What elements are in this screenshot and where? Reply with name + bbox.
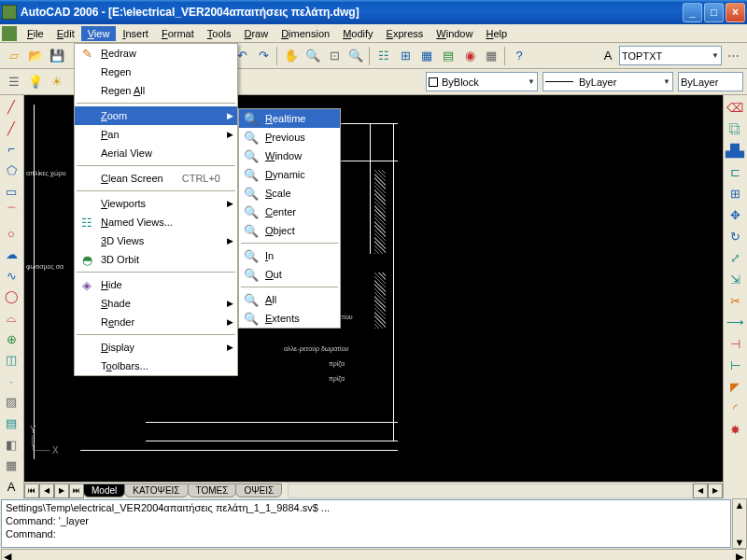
table-tool[interactable]: ▦	[1, 455, 21, 476]
ellipse-tool[interactable]: ◯	[1, 287, 21, 307]
tab-next[interactable]: ▶	[54, 483, 69, 498]
menu-item-extents[interactable]: 🔍Extents	[239, 309, 340, 328]
xline-tool[interactable]: ╱	[1, 119, 21, 139]
menu-item-shade[interactable]: Shade▶	[75, 294, 237, 313]
menu-item-viewports[interactable]: Viewports▶	[75, 194, 237, 213]
tab-prev[interactable]: ◀	[39, 483, 54, 498]
chamfer-tool[interactable]: ◤	[725, 376, 745, 397]
scroll-right[interactable]: ▶	[708, 483, 723, 498]
menu-item-regen-all[interactable]: Regen All	[75, 81, 237, 100]
rotate-tool[interactable]: ↻	[725, 226, 745, 246]
menu-item-clean-screen[interactable]: Clean ScreenCTRL+0	[75, 169, 237, 188]
menu-item-scale[interactable]: 🔍Scale	[239, 184, 340, 203]
move-tool[interactable]: ✥	[725, 204, 745, 225]
hscroll[interactable]	[288, 483, 693, 498]
toolpal-button[interactable]: ▦	[416, 46, 437, 66]
menu-item-3d-orbit[interactable]: ◓3D Orbit	[75, 250, 237, 269]
mtext-tool[interactable]: A	[1, 476, 21, 497]
cmd-vscroll[interactable]: ▲▼	[732, 498, 747, 549]
menu-item-in[interactable]: 🔍In	[239, 246, 340, 265]
designctr-button[interactable]: ⊞	[395, 46, 416, 66]
explode-tool[interactable]: ✸	[725, 419, 745, 440]
line-tool[interactable]: ╱	[1, 97, 21, 118]
circle-tool[interactable]: ○	[1, 223, 21, 244]
layout-tab[interactable]: ΤΟΜΕΣ	[188, 483, 237, 497]
mirror-tool[interactable]: ▟▙	[725, 140, 745, 161]
color-combo[interactable]: ByBlock▼	[426, 72, 538, 91]
menu-edit[interactable]: Edit	[50, 26, 81, 41]
hatch-tool[interactable]: ▨	[1, 392, 21, 413]
break-tool[interactable]: ⊣	[725, 333, 745, 354]
menu-item-redraw[interactable]: ✎Redraw	[75, 44, 237, 63]
revcloud-tool[interactable]: ☁	[1, 245, 21, 265]
markup-button[interactable]: ◉	[459, 46, 480, 66]
menu-item-named-views-[interactable]: ☷Named Views...	[75, 213, 237, 231]
menu-item-center[interactable]: 🔍Center	[239, 203, 340, 221]
copy-tool[interactable]: ⿻	[725, 119, 745, 139]
point-tool[interactable]: ·	[1, 371, 21, 392]
menu-tools[interactable]: Tools	[201, 26, 238, 41]
menu-item-pan[interactable]: Pan▶	[75, 125, 237, 144]
scale-tool[interactable]: ⤢	[725, 247, 745, 268]
calc-button[interactable]: ▦	[481, 46, 501, 66]
maximize-button[interactable]: □	[704, 3, 724, 22]
offset-tool[interactable]: ⊏	[725, 161, 745, 182]
menu-item-3d-views[interactable]: 3D Views▶	[75, 231, 237, 250]
menu-insert[interactable]: Insert	[116, 26, 155, 41]
spline-tool[interactable]: ∿	[1, 266, 21, 287]
block-tool[interactable]: ◫	[1, 350, 21, 371]
join-tool[interactable]: ⊢	[725, 355, 745, 375]
menu-item-hide[interactable]: ◈Hide	[75, 275, 237, 294]
help-button[interactable]: ?	[509, 46, 529, 66]
layout-tab[interactable]: ΚΑΤΟΨΕΙΣ	[124, 483, 188, 497]
polygon-tool[interactable]: ⬠	[1, 161, 21, 181]
sheetset-button[interactable]: ▤	[438, 46, 458, 66]
layer-bulb-button[interactable]: 💡	[25, 72, 46, 92]
menu-item-aerial-view[interactable]: Aerial View	[75, 144, 237, 162]
scroll-left[interactable]: ◀	[693, 483, 708, 498]
menu-window[interactable]: Window	[430, 26, 479, 41]
erase-tool[interactable]: ⌫	[725, 97, 745, 118]
new-button[interactable]: ▱	[4, 46, 24, 66]
textstyle-next[interactable]: ⋯	[723, 46, 743, 66]
menu-express[interactable]: Express	[380, 26, 430, 41]
region-tool[interactable]: ◧	[1, 434, 21, 455]
tab-first[interactable]: ⏮	[24, 483, 39, 498]
ellipsearc-tool[interactable]: ⌓	[1, 308, 21, 329]
menu-item-render[interactable]: Render▶	[75, 313, 237, 331]
pline-tool[interactable]: ⌐	[1, 139, 21, 160]
stretch-tool[interactable]: ⇲	[725, 269, 745, 289]
linetype-combo[interactable]: ByLayer	[678, 72, 743, 91]
close-button[interactable]: ×	[726, 3, 745, 22]
menu-item-dynamic[interactable]: 🔍Dynamic	[239, 165, 340, 184]
layout-tab[interactable]: ΟΨΕΙΣ	[235, 483, 282, 497]
cmd-hscroll[interactable]: ◀▶	[1, 549, 746, 560]
fillet-tool[interactable]: ◜	[725, 398, 745, 418]
layer-sun-button[interactable]: ☀	[47, 72, 67, 92]
textstyle-combo[interactable]: ΤΟΡΤΧΤ▼	[619, 46, 722, 65]
menu-item-toolbars-[interactable]: Toolbars...	[75, 357, 237, 375]
menu-item-object[interactable]: 🔍Object	[239, 221, 340, 240]
gradient-tool[interactable]: ▤	[1, 413, 21, 434]
zoom-rt-button[interactable]: 🔍	[303, 46, 323, 66]
menu-help[interactable]: Help	[479, 26, 514, 41]
menu-item-out[interactable]: 🔍Out	[239, 265, 340, 284]
menu-draw[interactable]: Draw	[237, 26, 275, 41]
lineweight-combo[interactable]: ByLayer▼	[543, 72, 673, 91]
menu-item-regen[interactable]: Regen	[75, 63, 237, 81]
insert-tool[interactable]: ⊕	[1, 329, 21, 349]
menu-format[interactable]: Format	[155, 26, 201, 41]
array-tool[interactable]: ⊞	[725, 183, 745, 203]
minimize-button[interactable]: _	[683, 3, 702, 22]
open-button[interactable]: 📂	[25, 46, 46, 66]
arc-tool[interactable]: ⌒	[1, 203, 21, 223]
menu-item-realtime[interactable]: 🔍Realtime	[239, 109, 340, 128]
menu-item-previous[interactable]: 🔍Previous	[239, 128, 340, 147]
menu-item-window[interactable]: 🔍Window	[239, 147, 340, 165]
save-button[interactable]: 💾	[47, 46, 67, 66]
zoom-window-button[interactable]: ⊡	[324, 46, 345, 66]
extend-tool[interactable]: ⟶	[725, 312, 745, 332]
text-button[interactable]: A	[598, 46, 618, 66]
trim-tool[interactable]: ✂	[725, 290, 745, 311]
properties-button[interactable]: ☷	[374, 46, 394, 66]
